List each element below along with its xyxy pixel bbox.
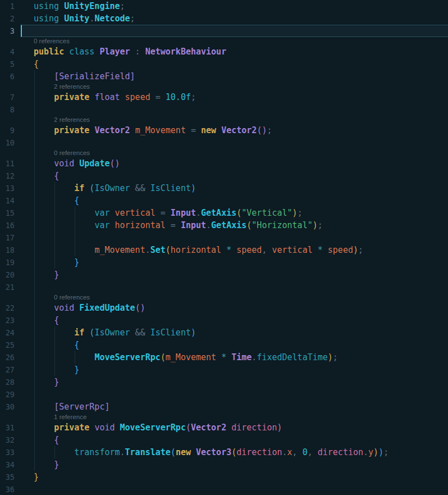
code-line[interactable]: 18 m_Movement.Set(horizontal * speed, ve… [0,244,448,256]
line-number[interactable]: 23 [0,314,15,326]
code-line[interactable]: 31 private void MoveServerRpc(Vector2 di… [0,421,448,434]
line-number[interactable]: 1 [0,0,15,12]
line-number[interactable]: 12 [0,170,15,182]
line-number[interactable]: 3 [0,25,15,37]
line-number[interactable]: 7 [0,91,15,103]
code-line[interactable]: 9 private Vector2 m_Movement = new Vecto… [0,124,448,137]
code-line[interactable]: 28 } [0,376,448,388]
code-line[interactable]: 2using Unity.Netcode; [0,12,448,25]
line-number[interactable]: 26 [0,351,15,364]
codelens-references-link[interactable]: 2 references [54,116,90,124]
code-line[interactable]: 33 transform.Translate(new Vector3(direc… [0,446,448,458]
codelens-row[interactable]: 2 references [0,83,448,91]
code-line[interactable]: 19 } [0,256,448,269]
code-line[interactable]: 29 [0,388,448,401]
line-number[interactable]: 19 [0,256,15,269]
token-punc: ; [120,1,125,11]
code-line[interactable]: 25 { [0,339,448,351]
line-number[interactable]: 14 [0,194,15,207]
code-line[interactable]: 11 void Update() [0,157,448,170]
code-line[interactable]: 7 private float speed = 10.0f; [0,91,448,103]
line-number[interactable]: 2 [0,12,15,25]
line-number[interactable]: 25 [0,339,15,351]
line-number[interactable]: 32 [0,434,15,446]
line-number[interactable]: 30 [0,401,15,413]
line-number[interactable]: 15 [0,207,15,219]
code-line[interactable]: 6 [SerializeField] [0,70,448,83]
code-line[interactable]: 3 [0,25,448,37]
codelens-references-link[interactable]: 0 references [34,37,70,46]
code-line[interactable]: 36 [0,483,448,495]
line-number[interactable]: 33 [0,446,15,458]
code-line[interactable]: 35} [0,471,448,483]
code-line[interactable]: 13 if (IsOwner && IsClient) [0,182,448,194]
codelens-row[interactable]: 1 reference [0,413,448,421]
token-ws [34,340,74,350]
codelens-references-link[interactable]: 1 reference [54,413,86,421]
codelens-row[interactable]: 0 references [0,293,448,302]
line-number[interactable]: 13 [0,182,15,194]
line-number[interactable]: 17 [0,231,15,244]
line-number[interactable]: 6 [0,70,15,83]
codelens-references-link[interactable]: 2 references [54,83,90,91]
code-line[interactable]: 4public class Player : NetworkBehaviour [0,46,448,58]
code-line[interactable]: 23 { [0,314,448,326]
codelens-row[interactable]: 0 references [0,37,448,46]
line-number[interactable]: 16 [0,219,15,231]
code-line[interactable]: 1using UnityEngine; [0,0,448,12]
code-line[interactable]: 8 [0,103,448,116]
codelens-row[interactable]: 0 references [0,149,448,157]
token-punc: = [166,220,181,230]
line-number[interactable]: 8 [0,103,15,116]
codelens-references-link[interactable]: 0 references [54,293,90,302]
line-number[interactable]: 21 [0,281,15,293]
code-text: using UnityEngine; [34,0,125,12]
code-line[interactable]: 10 [0,137,448,149]
code-line[interactable]: 12 { [0,170,448,182]
code-line[interactable]: 34 } [0,458,448,471]
code-line[interactable]: 24 if (IsOwner && IsClient) [0,326,448,339]
line-number[interactable]: 36 [0,483,15,495]
code-line[interactable]: 32 { [0,434,448,446]
token-str: "Horizontal" [252,220,312,230]
line-number[interactable]: 24 [0,326,15,339]
code-line[interactable]: 15 var vertical = Input.GetAxis("Vertica… [0,207,448,219]
token-num: 10.0f [166,92,191,102]
code-line[interactable]: 22 void FixedUpdate() [0,302,448,314]
line-number[interactable]: 35 [0,471,15,483]
line-number[interactable]: 27 [0,364,15,376]
line-number[interactable]: 28 [0,376,15,388]
code-line[interactable]: 21 [0,281,448,293]
code-line[interactable]: 30 [ServerRpc] [0,401,448,413]
line-number[interactable]: 4 [0,46,15,58]
code-line[interactable]: 27 } [0,364,448,376]
line-number[interactable]: 34 [0,458,15,471]
line-number[interactable]: 22 [0,302,15,314]
token-prop: IsClient [150,183,191,193]
token-meth: MoveServerRpc [94,352,160,362]
token-b3: { [74,196,79,206]
line-number[interactable]: 10 [0,137,15,149]
line-number[interactable]: 11 [0,157,15,170]
code-line[interactable]: 26 MoveServerRpc(m_Movement * Time.fixed… [0,351,448,364]
token-ws [34,460,54,470]
line-number[interactable]: 18 [0,244,15,256]
token-ws [34,92,54,102]
line-number[interactable]: 20 [0,269,15,281]
line-number[interactable]: 5 [0,58,15,70]
line-number[interactable]: 29 [0,388,15,401]
token-punc: ; [267,125,272,135]
token-ws [34,208,94,218]
token-b3: ) [378,447,383,457]
code-line[interactable]: 5{ [0,58,448,70]
line-number[interactable]: 9 [0,124,15,137]
code-line[interactable]: 17 [0,231,448,244]
codelens-references-link[interactable]: 0 references [54,149,90,157]
code-editor[interactable]: 1using UnityEngine;2using Unity.Netcode;… [0,0,448,495]
code-line[interactable]: 20 } [0,269,448,281]
codelens-row[interactable]: 2 references [0,116,448,124]
code-line[interactable]: 16 var horizontal = Input.GetAxis("Horiz… [0,219,448,231]
code-line[interactable]: 14 { [0,194,448,207]
line-number[interactable]: 31 [0,421,15,434]
token-meth: GetAxis [211,220,246,230]
